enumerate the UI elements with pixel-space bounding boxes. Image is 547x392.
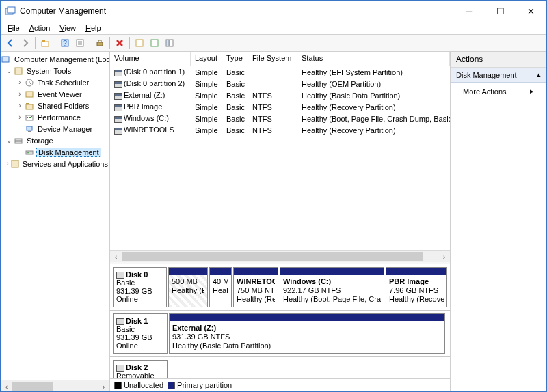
- expand-icon[interactable]: ›: [16, 90, 24, 98]
- tree-pane: Computer Management (Local ⌄System Tools…: [1, 52, 110, 391]
- menu-file[interactable]: File: [3, 23, 24, 33]
- center-pane: Volume Layout Type File System Status (D…: [110, 52, 451, 391]
- scroll-left-icon[interactable]: ‹: [1, 380, 12, 391]
- view2-button[interactable]: [148, 36, 161, 50]
- collapse-icon[interactable]: ⌄: [5, 67, 13, 74]
- svg-rect-19: [26, 104, 33, 109]
- svg-rect-15: [2, 57, 9, 62]
- disk-icon: [116, 272, 124, 279]
- partition[interactable]: External (Z:)931.39 GB NTFSHealthy (Basi…: [169, 313, 445, 354]
- app-icon: [5, 5, 16, 16]
- partition-strip: [169, 360, 447, 378]
- volume-icon: [114, 116, 122, 123]
- svg-rect-28: [12, 160, 18, 167]
- list-hscrollbar[interactable]: ‹›: [110, 250, 450, 262]
- table-row[interactable]: PBR ImageSimpleBasicNTFSHealthy (Recover…: [110, 101, 450, 113]
- volume-icon: [114, 93, 122, 100]
- table-row[interactable]: Windows (C:)SimpleBasicNTFSHealthy (Boot…: [110, 113, 450, 124]
- volume-icon: [114, 128, 122, 135]
- toolbar: ?: [1, 34, 546, 52]
- svg-rect-25: [15, 141, 22, 143]
- tree-task-scheduler[interactable]: ›Task Scheduler: [1, 76, 109, 88]
- tree-disk-management[interactable]: Disk Management: [1, 146, 109, 158]
- expand-icon[interactable]: ›: [16, 102, 24, 109]
- expand-icon[interactable]: ›: [16, 113, 24, 121]
- partition[interactable]: Windows (C:)922.17 GB NTFSHealthy (Boot,…: [280, 267, 384, 307]
- menu-action[interactable]: Action: [25, 23, 55, 33]
- disk-info[interactable]: Disk 0Basic931.39 GBOnline: [113, 267, 167, 307]
- expand-icon[interactable]: ›: [5, 160, 10, 167]
- disk-info[interactable]: Disk 1Basic931.39 GBOnline: [113, 313, 168, 354]
- back-button[interactable]: [3, 36, 17, 50]
- svg-rect-18: [26, 92, 33, 97]
- partition-strip: External (Z:)931.39 GB NTFSHealthy (Basi…: [169, 313, 447, 354]
- svg-rect-26: [26, 151, 33, 154]
- tree-storage[interactable]: ⌄Storage: [1, 135, 109, 146]
- col-filesystem[interactable]: File System: [248, 52, 297, 66]
- properties-button[interactable]: ?: [58, 36, 72, 50]
- tree-hscrollbar[interactable]: ‹›: [1, 380, 109, 391]
- collapse-arrow-icon: ▴: [537, 70, 541, 79]
- svg-rect-1: [8, 7, 15, 13]
- maximize-button[interactable]: ☐: [485, 1, 516, 21]
- partition[interactable]: 40 MIHealt: [209, 267, 232, 307]
- scroll-left-icon[interactable]: ‹: [110, 251, 122, 262]
- refresh-button[interactable]: [73, 36, 87, 50]
- col-volume[interactable]: Volume: [110, 52, 191, 66]
- volume-list: (Disk 0 partition 1)SimpleBasicHealthy (…: [110, 66, 450, 136]
- forward-button[interactable]: [18, 36, 32, 50]
- disk-graph-pane: Disk 0Basic931.39 GBOnline500 MBHealthy …: [110, 264, 450, 378]
- col-status[interactable]: Status: [297, 52, 450, 66]
- svg-rect-24: [15, 139, 22, 141]
- partition-strip: 500 MBHealthy (EF40 MIHealtWINRETOO750 M…: [168, 267, 447, 307]
- tree-system-tools[interactable]: ⌄System Tools: [1, 65, 109, 76]
- actions-more[interactable]: More Actions▸: [451, 83, 546, 100]
- tree-shared-folders[interactable]: ›Shared Folders: [1, 100, 109, 111]
- view3-button[interactable]: [163, 36, 176, 50]
- partition[interactable]: WINRETOO750 MB NTFHealthy (Re: [233, 267, 278, 307]
- disk-row: Disk 2Removable (E:)No Media: [110, 357, 450, 378]
- legend: Unallocated Primary partition: [110, 378, 450, 391]
- scroll-thumb[interactable]: [122, 252, 423, 261]
- disk-info[interactable]: Disk 2Removable (E:)No Media: [113, 360, 168, 378]
- tree-device-manager[interactable]: Device Manager: [1, 123, 109, 135]
- legend-primary: Primary partition: [168, 381, 232, 390]
- expand-icon[interactable]: ›: [16, 79, 24, 86]
- actions-section[interactable]: Disk Management▴: [451, 68, 546, 83]
- collapse-icon[interactable]: ⌄: [5, 137, 13, 144]
- legend-unallocated: Unallocated: [114, 381, 163, 390]
- scroll-thumb[interactable]: [12, 382, 53, 391]
- tree-root[interactable]: Computer Management (Local: [1, 53, 109, 65]
- settings-button[interactable]: [93, 36, 107, 50]
- col-layout[interactable]: Layout: [191, 52, 222, 66]
- table-row[interactable]: External (Z:)SimpleBasicNTFSHealthy (Bas…: [110, 89, 450, 101]
- tree-services-apps[interactable]: ›Services and Applications: [1, 158, 109, 169]
- tree-performance[interactable]: ›Performance: [1, 111, 109, 123]
- partition[interactable]: PBR Image7.96 GB NTFSHealthy (Recover: [386, 267, 447, 307]
- up-button[interactable]: [38, 36, 52, 50]
- close-button[interactable]: ✕: [516, 1, 546, 21]
- disk-row: Disk 1Basic931.39 GBOnlineExternal (Z:)9…: [110, 311, 450, 357]
- tree-event-viewer[interactable]: ›Event Viewer: [1, 88, 109, 100]
- volume-icon: [114, 70, 122, 76]
- partition[interactable]: 500 MBHealthy (EF: [168, 267, 208, 307]
- svg-rect-22: [27, 126, 32, 130]
- table-row[interactable]: (Disk 0 partition 1)SimpleBasicHealthy (…: [110, 66, 450, 78]
- disk-row: Disk 0Basic931.39 GBOnline500 MBHealthy …: [110, 264, 450, 311]
- scroll-right-icon[interactable]: ›: [98, 380, 109, 391]
- delete-button[interactable]: [113, 36, 126, 50]
- disk-icon: [116, 318, 124, 325]
- svg-rect-13: [166, 40, 169, 46]
- svg-rect-10: [97, 42, 103, 46]
- svg-rect-20: [26, 103, 29, 104]
- menu-view[interactable]: View: [55, 23, 80, 33]
- svg-rect-12: [151, 40, 158, 46]
- scroll-right-icon[interactable]: ›: [438, 251, 450, 262]
- minimize-button[interactable]: ─: [454, 1, 485, 21]
- col-type[interactable]: Type: [222, 52, 248, 66]
- table-row[interactable]: (Disk 0 partition 2)SimpleBasicHealthy (…: [110, 78, 450, 89]
- menu-help[interactable]: Help: [81, 23, 105, 33]
- svg-rect-3: [42, 40, 45, 42]
- table-row[interactable]: WINRETOOLSSimpleBasicNTFSHealthy (Recove…: [110, 124, 450, 136]
- view1-button[interactable]: [133, 36, 146, 50]
